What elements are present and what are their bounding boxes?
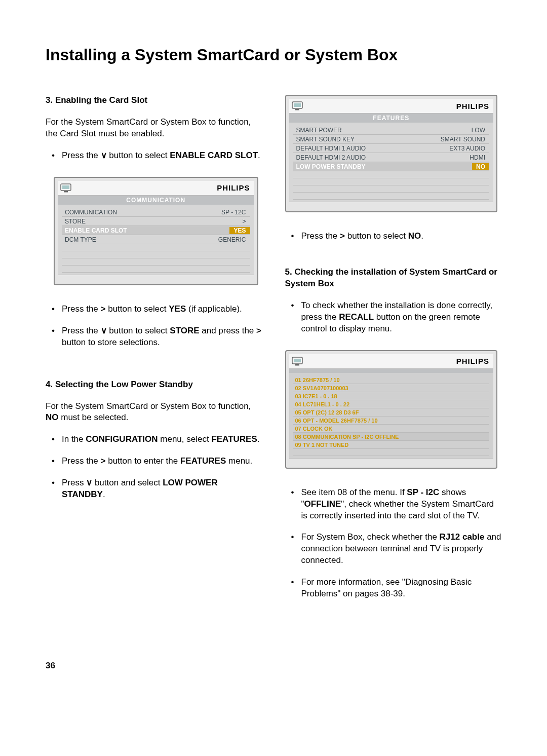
list-item: Press the ∨ button to select ENABLE CARD… xyxy=(46,150,262,162)
osd-blank-row xyxy=(293,449,490,456)
osd-row-label: DEFAULT HDMI 1 AUDIO xyxy=(293,145,366,152)
tv-icon xyxy=(60,182,74,194)
svg-rect-8 xyxy=(295,364,299,366)
list-item: Press the ∨ button to select STORE and p… xyxy=(46,325,262,349)
osd-row: ENABLE CARD SLOTYES xyxy=(62,226,250,235)
down-icon: ∨ xyxy=(86,478,92,487)
section-4-intro: For the System SmartCard or System Box t… xyxy=(46,401,262,424)
osd-brand: PHILIPS xyxy=(456,357,489,365)
osd-blank-row xyxy=(62,251,250,258)
osd-communication: PHILIPS COMMUNICATION COMMUNICATIONSP - … xyxy=(54,177,258,285)
osd-row-label: DEFAULT HDMI 2 AUDIO xyxy=(293,154,366,161)
svg-rect-4 xyxy=(294,103,301,107)
list-item: Press the > button to enter the FEATURES… xyxy=(46,456,262,467)
osd-title: FEATURES xyxy=(289,114,494,123)
osd-blank-row xyxy=(293,178,490,185)
osd-row: DEFAULT HDMI 2 AUDIOHDMI xyxy=(293,153,490,162)
page-title: Installing a System SmartCard or System … xyxy=(46,46,501,64)
list-item: Press the > button to select NO. xyxy=(285,231,502,242)
osd-row-value: YES xyxy=(229,227,250,234)
osd-brand: PHILIPS xyxy=(456,102,489,110)
osd-status-line: 05 OPT (2C) 12 28 D3 6F xyxy=(293,408,490,417)
list-item: Press ∨ button and select LOW POWER STAN… xyxy=(46,477,262,501)
osd-status-line: 04 LC71HEL1 - 0 . 22 xyxy=(293,400,490,408)
list-item: In the CONFIGURATION menu, select FEATUR… xyxy=(46,434,262,445)
osd-blank-row xyxy=(62,244,250,251)
osd-status-line: 06 OPT - MODEL 26HF7875 / 10 xyxy=(293,417,490,425)
osd-row-value: SP - 12C xyxy=(221,209,250,216)
osd-row: STORE> xyxy=(62,217,250,226)
osd-row-label: LOW POWER STANDBY xyxy=(293,163,366,170)
list-item: Press the > button to select YES (if app… xyxy=(46,304,262,315)
osd-row: DCM TYPEGENERIC xyxy=(62,235,250,244)
osd-title xyxy=(289,369,494,373)
down-icon: ∨ xyxy=(101,150,107,160)
section-3-list: Press the ∨ button to select ENABLE CARD… xyxy=(46,150,262,162)
osd-row-label: STORE xyxy=(62,218,86,225)
osd-features: PHILIPS FEATURES SMART POWERLOWSMART SOU… xyxy=(285,95,498,212)
select-no-list: Press the > button to select NO. xyxy=(285,231,502,242)
osd-row-label: SMART SOUND KEY xyxy=(293,136,355,143)
page-number: 36 xyxy=(46,661,501,671)
osd-row-label: DCM TYPE xyxy=(62,236,96,243)
osd-title: COMMUNICATION xyxy=(58,196,254,205)
osd-status: PHILIPS 01 26HF7875 / 1002 SV1A070710000… xyxy=(285,350,498,469)
osd-body: 01 26HF7875 / 1002 SV1A070710000303 IC7E… xyxy=(289,373,494,458)
osd-blank-row xyxy=(62,258,250,266)
down-icon: ∨ xyxy=(101,326,107,335)
right-icon: > xyxy=(256,326,261,335)
tv-icon xyxy=(291,100,305,111)
tv-icon xyxy=(291,356,305,367)
osd-status-line: 01 26HF7875 / 10 xyxy=(293,376,490,384)
right-icon: > xyxy=(340,231,345,241)
osd-header: PHILIPS xyxy=(289,99,494,114)
osd-brand: PHILIPS xyxy=(217,183,250,192)
list-item: To check whether the installation is don… xyxy=(285,300,502,335)
osd-row-label: SMART POWER xyxy=(293,127,342,134)
osd-row-value: SMART SOUND xyxy=(441,136,489,143)
osd-row-value: EXT3 AUDIO xyxy=(449,145,489,152)
osd-status-line: 08 COMMUNICATION SP - I2C OFFLINE xyxy=(293,433,490,441)
section-3-list-2: Press the > button to select YES (if app… xyxy=(46,304,262,349)
right-icon: > xyxy=(101,304,106,314)
osd-row: DEFAULT HDMI 1 AUDIOEXT3 AUDIO xyxy=(293,144,490,153)
osd-row: SMART POWERLOW xyxy=(293,126,490,135)
svg-rect-7 xyxy=(294,359,301,362)
osd-footer xyxy=(289,458,494,465)
osd-header: PHILIPS xyxy=(289,354,494,369)
osd-row: LOW POWER STANDBYNO xyxy=(293,162,490,171)
osd-body: SMART POWERLOWSMART SOUND KEYSMART SOUND… xyxy=(289,123,494,202)
two-column-layout: 3. Enabling the Card Slot For the System… xyxy=(46,95,501,615)
list-item: For System Box, check whether the RJ12 c… xyxy=(285,532,502,566)
osd-row-value: > xyxy=(242,218,250,225)
osd-row-value: LOW xyxy=(472,127,489,134)
osd-status-line: 03 IC7E1 - 0 . 18 xyxy=(293,392,490,400)
osd-blank-row xyxy=(293,185,490,193)
osd-status-line: 02 SV1A0707100003 xyxy=(293,384,490,392)
right-icon: > xyxy=(101,456,106,466)
section-5-list: To check whether the installation is don… xyxy=(285,300,502,335)
osd-body: COMMUNICATIONSP - 12CSTORE>ENABLE CARD S… xyxy=(58,205,254,275)
section-4-list: In the CONFIGURATION menu, select FEATUR… xyxy=(46,434,262,501)
section-3-intro: For the System SmartCard or System Box t… xyxy=(46,117,262,140)
section-5-list-2: See item 08 of the menu. If SP - I2C sho… xyxy=(285,487,502,600)
section-3-heading: 3. Enabling the Card Slot xyxy=(46,95,262,106)
section-5-heading: 5. Checking the installation of System S… xyxy=(285,267,502,290)
left-column: 3. Enabling the Card Slot For the System… xyxy=(46,95,262,615)
osd-blank-row xyxy=(62,266,250,273)
osd-header: PHILIPS xyxy=(58,181,254,196)
list-item: See item 08 of the menu. If SP - I2C sho… xyxy=(285,487,502,522)
osd-blank-row xyxy=(293,171,490,178)
osd-row-value: HDMI xyxy=(470,154,489,161)
manual-page: Installing a System SmartCard or System … xyxy=(0,0,547,691)
osd-status-line: 07 CLOCK OK xyxy=(293,425,490,433)
osd-footer xyxy=(289,202,494,208)
svg-rect-2 xyxy=(64,191,68,193)
osd-row-value: GENERIC xyxy=(218,236,250,243)
section-4-heading: 4. Selecting the Low Power Standby xyxy=(46,379,262,391)
osd-footer xyxy=(58,275,254,281)
osd-row-value: NO xyxy=(472,163,489,170)
list-item: For more information, see "Diagnosing Ba… xyxy=(285,577,502,600)
osd-row: COMMUNICATIONSP - 12C xyxy=(62,208,250,217)
osd-row: SMART SOUND KEYSMART SOUND xyxy=(293,135,490,144)
